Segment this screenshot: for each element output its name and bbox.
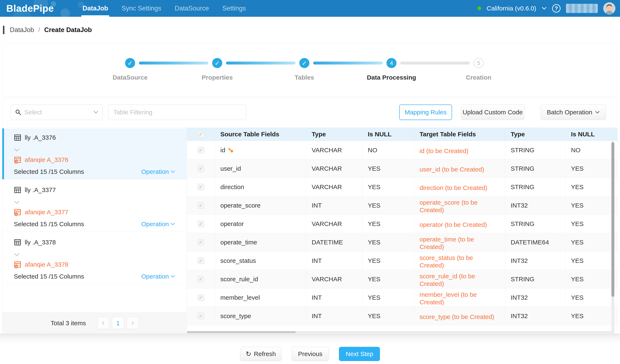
- expand-chevron-icon[interactable]: [14, 148, 20, 152]
- page-title: Create DataJob: [44, 26, 92, 34]
- row-checkbox[interactable]: ✓: [198, 221, 204, 227]
- check-icon: ✓: [127, 60, 133, 67]
- row-checkbox[interactable]: ✓: [198, 147, 204, 153]
- chevron-down-icon: [170, 170, 175, 173]
- source-field-name: user_id: [220, 165, 241, 172]
- source-table-row: lly .A_3378: [14, 239, 56, 246]
- region-selector[interactable]: California (v0.6.0): [487, 5, 536, 12]
- step-connector: [400, 61, 470, 64]
- table-row: ✓ direction VARCHAR YES direction (to be…: [187, 178, 617, 196]
- check-icon: ✓: [215, 60, 220, 67]
- scrollbar-thumb[interactable]: [611, 142, 614, 297]
- target-table-name: afanqie A_3377: [25, 209, 68, 216]
- source-field-name: id: [220, 147, 225, 154]
- table-pair-item[interactable]: lly .A_3376 afanqie A_3376 Selected 15 /…: [2, 128, 187, 180]
- row-checkbox[interactable]: ✓: [198, 276, 204, 283]
- table-row: ✓ operate_score INT YES operate_score (t…: [187, 196, 617, 215]
- tab-sync-settings[interactable]: Sync Settings: [121, 0, 162, 17]
- check-icon: ✓: [199, 277, 203, 282]
- operation-link[interactable]: Operation: [141, 168, 175, 175]
- table-add-icon: [14, 261, 21, 268]
- operation-link[interactable]: Operation: [141, 273, 175, 280]
- source-nullable: YES: [362, 159, 414, 178]
- source-field-name: operate_time: [220, 239, 257, 246]
- vertical-scrollbar[interactable]: [611, 141, 614, 334]
- check-icon: ✓: [199, 203, 203, 208]
- check-icon: ✓: [199, 166, 203, 171]
- col-header-target-type: Type: [505, 128, 566, 141]
- card-shadow-gap: [0, 334, 620, 344]
- target-type: STRING: [505, 270, 566, 288]
- horizontal-scrollbar[interactable]: [187, 331, 614, 333]
- upload-custom-code-button[interactable]: Upload Custom Code: [461, 105, 524, 120]
- table-filter-input[interactable]: [113, 109, 241, 116]
- source-nullable: YES: [362, 178, 414, 196]
- select-dropdown[interactable]: [11, 105, 103, 120]
- table-pair-item[interactable]: lly .A_3377 afanqie A_3377 Selected 15 /…: [2, 181, 187, 232]
- question-glyph: ?: [555, 5, 558, 12]
- table-filter-field[interactable]: [108, 105, 246, 120]
- step-label-datasource: DataSource: [113, 74, 148, 81]
- refresh-button[interactable]: ↻ Refresh: [240, 347, 281, 361]
- target-type: INT32: [505, 196, 566, 215]
- scrollbar-thumb[interactable]: [187, 331, 296, 333]
- target-nullable: YES: [566, 178, 617, 196]
- step-circle-data-processing: 4: [387, 58, 397, 68]
- row-checkbox[interactable]: ✓: [198, 239, 204, 246]
- table-icon: [14, 134, 21, 141]
- batch-operation-button[interactable]: Batch Operation: [541, 105, 606, 120]
- step-number: 5: [477, 60, 480, 66]
- breadcrumb-parent[interactable]: DataJob: [10, 26, 34, 34]
- source-table-name: lly .A_3376: [25, 134, 56, 141]
- target-nullable: YES: [566, 288, 617, 307]
- row-checkbox[interactable]: ✓: [198, 258, 204, 264]
- source-field-name: score_rule_id: [220, 276, 258, 283]
- help-icon[interactable]: ?: [552, 4, 560, 13]
- step-circle-creation: 5: [474, 58, 484, 68]
- source-nullable: YES: [362, 270, 414, 288]
- prev-page-button[interactable]: [98, 318, 109, 329]
- col-header-type: Type: [306, 128, 362, 141]
- col-header-isnull: Is NULL: [362, 128, 414, 141]
- operation-link[interactable]: Operation: [141, 221, 175, 228]
- target-field-name: operate_time (to be Created): [419, 236, 499, 251]
- batch-operation-label: Batch Operation: [547, 109, 592, 116]
- source-type: INT: [306, 196, 362, 215]
- row-checkbox[interactable]: ✓: [198, 313, 204, 319]
- mapping-rules-button[interactable]: Mapping Rules: [399, 105, 452, 120]
- previous-button[interactable]: Previous: [292, 347, 329, 361]
- row-checkbox[interactable]: ✓: [198, 294, 204, 301]
- expand-chevron-icon[interactable]: [14, 200, 20, 204]
- target-field-name: direction (to be Created): [419, 184, 499, 192]
- target-field-name: user_id (to be Created): [419, 166, 499, 173]
- nav-tabs: DataJob Sync Settings DataSource Setting…: [82, 0, 247, 17]
- target-nullable: YES: [566, 215, 617, 233]
- next-page-button[interactable]: [127, 318, 138, 329]
- source-nullable: YES: [362, 307, 414, 325]
- chevron-down-icon: [595, 111, 600, 114]
- table-row: ✓ operator VARCHAR YES operator (to be C…: [187, 215, 617, 233]
- row-checkbox[interactable]: ✓: [198, 184, 204, 190]
- tab-datajob[interactable]: DataJob: [82, 0, 109, 17]
- select-all-checkbox[interactable]: ✓: [198, 131, 204, 137]
- row-checkbox[interactable]: ✓: [198, 202, 204, 209]
- target-field-name: score_rule_id (to be Created): [419, 273, 499, 288]
- row-checkbox[interactable]: ✓: [198, 165, 204, 172]
- next-step-button[interactable]: Next Step: [339, 347, 380, 361]
- table-header-row: ✓ Source Table Fields Type Is NULL Targe…: [187, 128, 617, 141]
- tab-datasource[interactable]: DataSource: [174, 0, 210, 17]
- expand-chevron-icon[interactable]: [14, 253, 20, 257]
- source-nullable: YES: [362, 196, 414, 215]
- step-number: 4: [390, 60, 393, 66]
- page-number-button[interactable]: 1: [112, 318, 124, 329]
- target-nullable: YES: [566, 307, 617, 325]
- target-table-row: afanqie A_3377: [14, 208, 68, 216]
- table-pair-item[interactable]: lly .A_3378 afanqie A_3378 Selected 15 /…: [2, 233, 187, 284]
- tab-settings[interactable]: Settings: [222, 0, 247, 17]
- check-icon: ✓: [199, 148, 203, 153]
- source-type: VARCHAR: [306, 178, 362, 196]
- avatar[interactable]: [603, 2, 615, 15]
- source-nullable: NO: [362, 141, 414, 159]
- chevron-down-icon[interactable]: [542, 7, 547, 10]
- select-input[interactable]: [24, 109, 87, 116]
